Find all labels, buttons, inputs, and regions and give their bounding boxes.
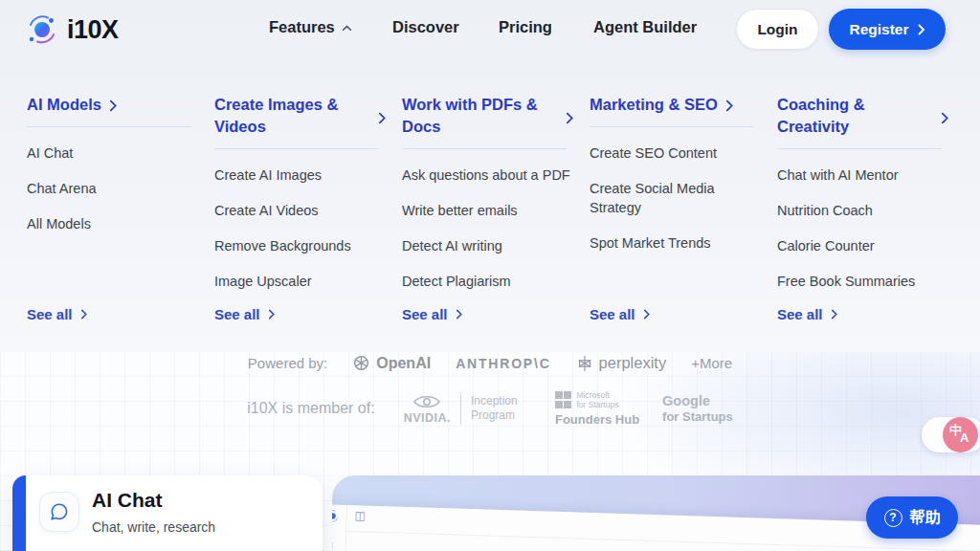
- register-label: Register: [849, 21, 908, 38]
- chevron-right-icon: [918, 24, 925, 35]
- page: i10X Features Discover Pricing Agent Bui…: [0, 0, 980, 551]
- brand-logo-icon: [25, 12, 59, 47]
- google-program-label: for Startups: [662, 409, 733, 425]
- see-all-link[interactable]: See all: [402, 306, 463, 322]
- menu-header-label: Work with PDFs & Docs: [402, 94, 561, 138]
- menu-header-label: Create Images & Videos: [214, 94, 373, 138]
- mini-brand-logo-icon: [332, 509, 340, 522]
- menu-header-marketing-seo[interactable]: Marketing & SEO: [590, 94, 762, 116]
- brand-logo[interactable]: i10X: [25, 12, 119, 47]
- chevron-right-icon: [268, 309, 276, 320]
- see-all-link[interactable]: See all: [27, 306, 88, 322]
- menu-item[interactable]: Create SEO Content: [590, 143, 762, 163]
- menu-item[interactable]: Remove Backgrounds: [214, 236, 387, 255]
- chevron-right-icon: [831, 309, 838, 320]
- nvidia-brand: NVIDIA.: [404, 393, 451, 425]
- nav-pricing[interactable]: Pricing: [499, 18, 552, 36]
- divider: [777, 148, 942, 149]
- see-all-link[interactable]: See all: [214, 306, 276, 322]
- divider: [344, 505, 347, 551]
- menu-item[interactable]: Ask questions about a PDF: [402, 165, 574, 185]
- nav-features[interactable]: Features: [269, 18, 352, 36]
- menu-item[interactable]: Calorie Counter: [777, 236, 949, 255]
- menu-header-create-images-videos[interactable]: Create Images & Videos: [214, 94, 387, 138]
- perplexity-icon: [576, 355, 593, 372]
- anthropic-logo: ANTHROP\C: [456, 356, 550, 371]
- nav-discover[interactable]: Discover: [392, 18, 459, 36]
- header-and-mega-menu-panel: i10X Features Discover Pricing Agent Bui…: [0, 0, 980, 352]
- chevron-right-icon: [566, 112, 574, 124]
- perplexity-logo: perplexity: [576, 354, 667, 372]
- nvidia-eye-icon: [412, 393, 441, 410]
- microsoft-founders-hub-logo: Microsoft for Startups Founders Hub: [555, 390, 639, 427]
- divider: [590, 126, 754, 127]
- nav-features-label: Features: [269, 18, 335, 36]
- see-all-label: See all: [402, 306, 448, 322]
- menu-item[interactable]: Create AI Videos: [214, 201, 387, 220]
- google-brand-label: Google: [662, 392, 733, 409]
- menu-category-coaching-creativity: Coaching & Creativity Chat with AI Mento…: [777, 94, 949, 335]
- question-mark-icon: ?: [884, 509, 902, 527]
- navbar: i10X Features Discover Pricing Agent Bui…: [0, 0, 980, 61]
- ai-chat-title: AI Chat: [92, 489, 163, 512]
- translate-widget[interactable]: 中 A: [922, 417, 980, 452]
- menu-item[interactable]: All Models: [27, 214, 199, 233]
- login-label: Login: [757, 21, 797, 38]
- divider: [460, 392, 461, 425]
- nav-agent-builder[interactable]: Agent Builder: [593, 18, 697, 36]
- login-button[interactable]: Login: [736, 9, 819, 50]
- help-label: 帮助: [910, 508, 941, 528]
- menu-item[interactable]: Create AI Images: [214, 165, 387, 185]
- menu-header-coaching-creativity[interactable]: Coaching & Creativity: [777, 94, 949, 138]
- more-partners-label: +More: [691, 355, 732, 371]
- see-all-label: See all: [777, 306, 823, 322]
- help-button[interactable]: ? 帮助: [866, 496, 958, 539]
- menu-category-marketing-seo: Marketing & SEO Create SEO Content Creat…: [590, 94, 762, 335]
- see-all-label: See all: [590, 306, 635, 322]
- chat-icon-tile: [39, 492, 79, 532]
- microsoft-program-label: Founders Hub: [555, 412, 639, 427]
- menu-item[interactable]: Free Book Summaries: [777, 272, 949, 291]
- menu-item[interactable]: Write better emails: [402, 201, 574, 220]
- chevron-right-icon: [109, 99, 118, 112]
- openai-label: OpenAI: [376, 355, 431, 372]
- menu-item[interactable]: Chat Arena: [27, 179, 199, 198]
- menu-header-ai-models[interactable]: AI Models: [27, 94, 199, 116]
- translate-icon[interactable]: 中 A: [943, 417, 978, 452]
- powered-by-row: Powered by: OpenAI ANTHROP\C perplexity …: [0, 354, 980, 372]
- menu-category-pdfs-docs: Work with PDFs & Docs Ask questions abou…: [402, 94, 574, 335]
- microsoft-squares-icon: [555, 391, 572, 408]
- see-all-link[interactable]: See all: [590, 306, 651, 322]
- menu-item[interactable]: Detect AI writing: [402, 236, 574, 255]
- menu-item[interactable]: Spot Market Trends: [590, 233, 762, 253]
- register-button[interactable]: Register: [829, 9, 946, 50]
- menu-category-ai-models: AI Models AI Chat Chat Arena All Models …: [27, 94, 199, 335]
- perplexity-label: perplexity: [599, 354, 667, 372]
- menu-item[interactable]: Nutrition Coach: [777, 201, 949, 220]
- menu-header-label: AI Models: [27, 94, 101, 116]
- divider: [402, 148, 567, 149]
- chat-bubble-icon: [49, 501, 70, 522]
- menu-item[interactable]: Detect Plagiarism: [402, 272, 574, 291]
- menu-header-label: Coaching & Creativity: [777, 94, 936, 138]
- menu-item[interactable]: Chat with AI Mentor: [777, 165, 949, 185]
- ai-chat-card[interactable]: AI Chat Chat, write, research: [12, 475, 323, 551]
- chevron-right-icon: [456, 309, 463, 320]
- brand-name: i10X: [67, 15, 119, 45]
- see-all-label: See all: [214, 306, 260, 322]
- chevron-right-icon: [378, 112, 387, 124]
- microsoft-brand-label: Microsoft for Startups: [576, 390, 620, 409]
- chevron-right-icon: [643, 309, 651, 320]
- chevron-right-icon: [941, 112, 949, 124]
- divider: [27, 126, 191, 127]
- see-all-link[interactable]: See all: [777, 306, 838, 322]
- menu-header-pdfs-docs[interactable]: Work with PDFs & Docs: [402, 94, 574, 138]
- chevron-up-icon: [342, 25, 352, 32]
- menu-item[interactable]: Create Social Media Strategy: [590, 179, 762, 217]
- nav-agent-builder-label: Agent Builder: [593, 18, 697, 36]
- menu-item[interactable]: Image Upscaler: [214, 272, 387, 291]
- membership-row: i10X is member of: NVIDIA. Inception Pro…: [0, 390, 980, 427]
- menu-item[interactable]: AI Chat: [27, 143, 199, 163]
- nvidia-inception-logo: NVIDIA. Inception Program: [404, 392, 532, 425]
- sidebar-toggle-icon: ◫: [354, 509, 366, 522]
